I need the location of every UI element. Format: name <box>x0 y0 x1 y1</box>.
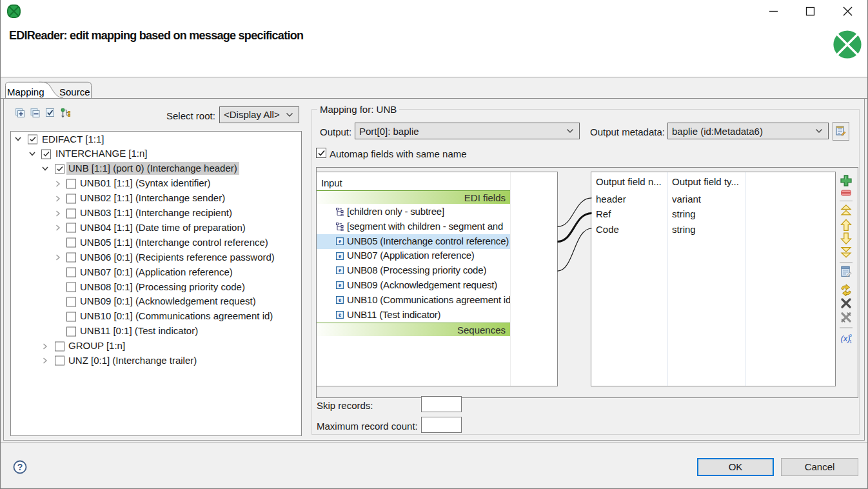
svg-text:e: e <box>339 268 341 274</box>
svg-text:e: e <box>339 297 341 303</box>
svg-text:e: e <box>339 312 341 318</box>
svg-text:o: o <box>849 333 852 337</box>
svg-text:e: e <box>339 238 341 245</box>
svg-text:?: ? <box>17 462 23 472</box>
svg-text:e: e <box>339 282 341 288</box>
svg-text:e: e <box>339 253 341 259</box>
svg-text:1: 1 <box>849 339 852 344</box>
